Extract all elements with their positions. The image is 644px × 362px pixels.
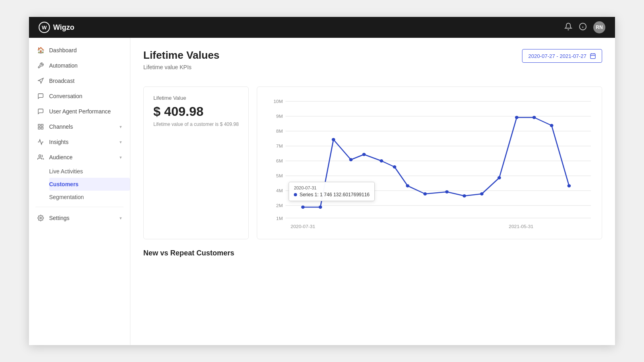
insights-chevron: ▾ <box>120 140 122 145</box>
customers-label: Customers <box>49 181 78 187</box>
info-icon[interactable] <box>579 23 587 33</box>
channels-chevron: ▾ <box>120 124 122 130</box>
sidebar: 🏠 Dashboard Automation Broadcast Conve <box>29 38 130 345</box>
svg-text:7M: 7M <box>276 144 283 148</box>
segmentation-label: Segmentation <box>49 194 84 200</box>
automation-icon <box>37 62 44 69</box>
svg-point-8 <box>39 155 41 157</box>
sidebar-item-channels[interactable]: Channels ▾ <box>29 119 130 134</box>
sidebar-item-customers[interactable]: Customers <box>49 178 130 191</box>
chart-container: 10M 9M 8M 7M 6M 5M 4M 2M 1M 2020-07-31 2… <box>264 93 595 232</box>
svg-text:5M: 5M <box>276 173 283 178</box>
svg-marker-3 <box>38 78 43 83</box>
broadcast-icon <box>37 77 44 84</box>
live-activities-label: Live Activities <box>49 168 83 175</box>
audience-icon <box>37 154 44 161</box>
calendar-icon <box>590 53 596 59</box>
svg-text:1M: 1M <box>276 216 283 221</box>
svg-point-44 <box>462 194 466 197</box>
svg-text:4M: 4M <box>276 188 283 193</box>
svg-point-41 <box>406 184 410 187</box>
home-icon: 🏠 <box>37 47 44 54</box>
svg-point-50 <box>568 184 571 187</box>
svg-point-48 <box>533 116 536 119</box>
svg-text:2020-07-31: 2020-07-31 <box>291 224 315 229</box>
logo-name: Wigzo <box>53 23 74 32</box>
user-agent-icon <box>37 108 44 115</box>
svg-text:6M: 6M <box>276 158 283 163</box>
page-titles: Lifetime Values Lifetime value KPIs <box>143 49 219 78</box>
sidebar-item-user-agent[interactable]: User Agent Performance <box>29 104 130 119</box>
kpi-value: $ 409.98 <box>153 104 239 119</box>
svg-rect-5 <box>41 124 43 126</box>
sidebar-item-live-activities[interactable]: Live Activities <box>49 165 130 178</box>
kpi-description: Lifetime value of a customer is $ 409.98 <box>153 121 239 127</box>
sidebar-label-settings: Settings <box>49 215 70 221</box>
sidebar-label-user-agent: User Agent Performance <box>49 108 111 115</box>
sidebar-label-dashboard: Dashboard <box>49 47 77 53</box>
sidebar-item-automation[interactable]: Automation <box>29 58 130 73</box>
content-header: Lifetime Values Lifetime value KPIs 2020… <box>143 49 602 78</box>
settings-icon <box>37 214 44 222</box>
sidebar-label-broadcast: Broadcast <box>49 78 74 84</box>
main-layout: 🏠 Dashboard Automation Broadcast Conve <box>29 38 615 345</box>
kpi-card: Lifetime Value $ 409.98 Lifetime value o… <box>143 86 249 239</box>
svg-text:2021-05-31: 2021-05-31 <box>509 224 533 229</box>
svg-point-42 <box>423 192 427 195</box>
bell-icon[interactable] <box>564 23 572 33</box>
svg-text:9M: 9M <box>276 114 283 119</box>
date-picker-button[interactable]: 2020-07-27 - 2021-07-27 <box>522 49 602 63</box>
sidebar-label-conversation: Conversation <box>49 93 83 99</box>
svg-point-37 <box>349 158 353 161</box>
sidebar-item-settings[interactable]: Settings ▾ <box>29 210 130 226</box>
svg-point-45 <box>480 192 484 195</box>
sidebar-label-audience: Audience <box>49 154 72 160</box>
page-subtitle: Lifetime value KPIs <box>143 64 219 70</box>
svg-point-9 <box>40 217 41 219</box>
svg-point-49 <box>550 124 553 127</box>
svg-text:10M: 10M <box>274 99 283 104</box>
svg-rect-4 <box>38 124 40 126</box>
svg-point-35 <box>319 206 322 209</box>
svg-text:2M: 2M <box>276 203 283 208</box>
sidebar-label-insights: Insights <box>49 139 68 145</box>
sidebar-label-automation: Automation <box>49 62 78 69</box>
svg-point-40 <box>393 165 396 169</box>
svg-text:8M: 8M <box>276 129 283 134</box>
chart-area: 10M 9M 8M 7M 6M 5M 4M 2M 1M 2020-07-31 2… <box>257 86 602 239</box>
content-area: Lifetime Values Lifetime value KPIs 2020… <box>130 38 615 345</box>
svg-rect-10 <box>590 54 595 59</box>
logo-icon: W <box>39 22 50 33</box>
sidebar-divider <box>35 207 124 207</box>
audience-chevron: ▾ <box>120 155 122 160</box>
svg-rect-7 <box>38 127 40 129</box>
date-range-value: 2020-07-27 - 2021-07-27 <box>528 53 586 59</box>
svg-rect-6 <box>41 127 43 129</box>
conversation-icon <box>37 93 44 100</box>
sidebar-item-insights[interactable]: Insights ▾ <box>29 134 130 150</box>
svg-point-36 <box>332 138 335 141</box>
avatar[interactable]: RN <box>593 21 605 33</box>
channels-icon <box>37 123 44 130</box>
svg-point-38 <box>362 153 366 156</box>
svg-point-39 <box>380 159 383 162</box>
logo: W Wigzo <box>39 22 74 33</box>
sidebar-item-audience[interactable]: Audience ▾ <box>29 150 130 165</box>
page-title: Lifetime Values <box>143 49 219 62</box>
svg-point-46 <box>497 176 501 179</box>
svg-point-34 <box>301 206 305 209</box>
sidebar-label-channels: Channels <box>49 123 73 130</box>
kpi-chart-section: Lifetime Value $ 409.98 Lifetime value o… <box>143 86 602 239</box>
topbar: W Wigzo RN <box>29 17 615 38</box>
audience-sub-menu: Live Activities Customers Segmentation <box>29 165 130 204</box>
settings-chevron: ▾ <box>120 216 122 221</box>
svg-point-43 <box>445 190 449 193</box>
sidebar-item-segmentation[interactable]: Segmentation <box>49 191 130 204</box>
sidebar-item-conversation[interactable]: Conversation <box>29 88 130 104</box>
insights-icon <box>37 138 44 146</box>
line-chart: 10M 9M 8M 7M 6M 5M 4M 2M 1M 2020-07-31 2… <box>264 93 595 230</box>
sidebar-item-dashboard[interactable]: 🏠 Dashboard <box>29 43 130 58</box>
svg-point-47 <box>515 116 519 119</box>
sidebar-item-broadcast[interactable]: Broadcast <box>29 73 130 88</box>
topbar-icons: RN <box>564 21 605 33</box>
